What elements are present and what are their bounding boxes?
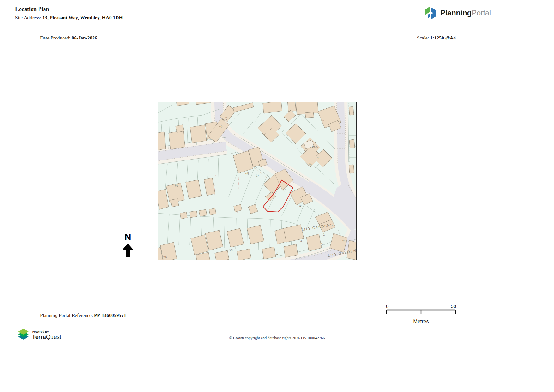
map-label: 76: [174, 184, 178, 187]
map-label: ESS: [312, 145, 318, 148]
site-address-label: Site Address:: [15, 15, 41, 20]
map-canvas: 19793ESS1108817766724162811715LILY GARDE…: [158, 102, 356, 260]
date-label: Date Produced:: [40, 35, 70, 40]
location-plan-page: Location Plan Site Address: 13, Pleasant…: [0, 0, 554, 392]
map-label: 3: [321, 119, 324, 121]
location-plan-map: 19793ESS1108817766724162811715LILY GARDE…: [158, 102, 357, 260]
map-label: 16: [229, 248, 233, 252]
planning-reference: Planning Portal Reference: PP-14600595v1: [40, 312, 126, 318]
planning-portal-icon: [424, 5, 437, 21]
terraquest-icon: [17, 329, 29, 341]
date-produced: Date Produced: 06-Jan-2026: [40, 35, 97, 41]
map-label: 11: [276, 252, 279, 256]
reference-label: Planning Portal Reference:: [40, 312, 93, 318]
map-scale: Scale: 1:1250 @A4: [417, 35, 456, 41]
scale-bar-unit: Metres: [386, 319, 456, 324]
north-indicator: N: [121, 232, 135, 259]
page-title: Location Plan: [15, 6, 49, 13]
scale-value: 1:1250 @A4: [430, 35, 456, 40]
crown-copyright: © Crown copyright and database rights 20…: [229, 336, 325, 341]
scale-bar-max: 50: [451, 304, 456, 309]
map-label: 28: [163, 255, 167, 259]
site-address-value: 13, Pleasant Way, Wembley, HA0 1DH: [42, 15, 123, 20]
scale-bar: 0 50 Metres: [386, 304, 456, 324]
scale-label: Scale:: [417, 35, 429, 40]
date-value: 06-Jan-2026: [72, 35, 97, 40]
powered-by-label: Powered By: [32, 330, 61, 333]
terraquest-wordmark: Powered By TerraQuest: [32, 330, 61, 340]
terraquest-logo: Powered By TerraQuest: [17, 329, 61, 341]
north-arrow-icon: [123, 244, 133, 257]
scale-bar-rule: [386, 309, 456, 315]
planning-portal-logo: PlanningPortal: [424, 5, 491, 21]
reference-value: PP-14600595v1: [94, 312, 126, 318]
map-label: 7: [297, 250, 299, 252]
scale-bar-numbers: 0 50: [386, 304, 456, 309]
north-label: N: [121, 232, 135, 243]
planning-portal-wordmark: PlanningPortal: [440, 9, 491, 17]
site-address: Site Address: 13, Pleasant Way, Wembley,…: [15, 15, 123, 21]
scale-bar-zero: 0: [386, 304, 388, 309]
document-header: Location Plan Site Address: 13, Pleasant…: [0, 0, 554, 28]
